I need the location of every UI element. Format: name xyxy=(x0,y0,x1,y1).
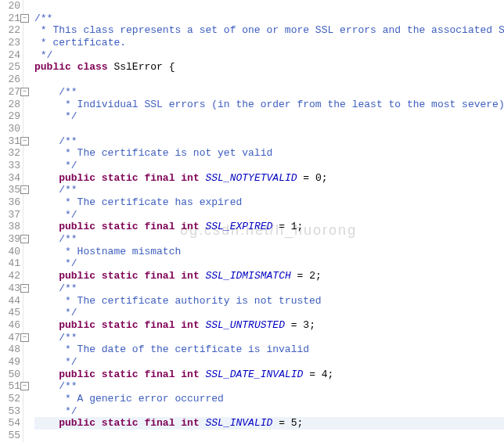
javadoc-text: */ xyxy=(65,307,77,318)
code-line[interactable]: */ xyxy=(34,405,504,418)
line-number: 53 xyxy=(0,405,20,418)
line-number-gutter: 2021−222324252627−28293031−32333435−3637… xyxy=(0,0,23,442)
line-number: 42 xyxy=(0,270,20,282)
line-number: 48 xyxy=(0,343,20,356)
code-line[interactable]: * This class represents a set of one or … xyxy=(34,24,504,37)
code-line[interactable]: */ xyxy=(34,356,504,369)
keyword: int xyxy=(181,270,199,282)
javadoc-text: * A generic error occurred xyxy=(65,393,224,405)
code-line[interactable]: public static final int SSL_NOTYETVALID … xyxy=(34,172,504,185)
constant-identifier: SSL_IDMISMATCH xyxy=(206,270,291,282)
line-number: 25 xyxy=(0,61,20,74)
keyword: int xyxy=(181,319,199,331)
line-number: 47− xyxy=(0,332,20,344)
javadoc-text: * Individual SSL errors (in the order fr… xyxy=(65,99,504,110)
code-line[interactable]: /** xyxy=(34,380,504,393)
javadoc-text: * The certificate is not yet valid xyxy=(65,147,272,159)
code-line[interactable]: /** xyxy=(34,233,504,246)
code-line[interactable]: * The certificate authority is not trust… xyxy=(34,295,504,308)
keyword: public xyxy=(59,270,95,282)
keyword: static xyxy=(102,221,139,232)
keyword: static xyxy=(102,270,139,282)
line-number: 28 xyxy=(0,99,20,111)
keyword: final xyxy=(144,270,175,282)
constant-identifier: SSL_DATE_INVALID xyxy=(206,369,304,380)
javadoc-text: * The certificate has expired xyxy=(65,196,242,208)
code-line[interactable]: * The date of the certificate is invalid xyxy=(34,343,504,356)
line-number: 20 xyxy=(0,0,20,13)
javadoc-text: /** xyxy=(59,380,77,392)
line-number: 32 xyxy=(0,147,20,160)
keyword: int xyxy=(181,221,199,232)
line-number: 55 xyxy=(0,430,20,442)
line-number: 49 xyxy=(0,356,20,369)
code-line[interactable]: * The certificate has expired xyxy=(34,196,504,209)
code-line[interactable]: */ xyxy=(34,49,504,62)
line-number: 26 xyxy=(0,74,20,86)
code-line[interactable]: public static final int SSL_UNTRUSTED = … xyxy=(34,319,504,332)
code-line[interactable] xyxy=(34,74,504,86)
line-number: 39− xyxy=(0,233,20,246)
code-line[interactable]: */ xyxy=(34,110,504,123)
javadoc-text: */ xyxy=(65,160,77,171)
line-number: 38 xyxy=(0,221,20,233)
code-line[interactable]: * certificate. xyxy=(34,37,504,49)
number-literal: 3 xyxy=(303,319,309,331)
code-line[interactable]: * The certificate is not yet valid xyxy=(34,147,504,160)
code-line[interactable]: */ xyxy=(34,160,504,172)
line-number: 36 xyxy=(0,196,20,209)
code-line[interactable]: */ xyxy=(34,209,504,221)
code-line[interactable]: public static final int SSL_EXPIRED = 1; xyxy=(34,221,504,233)
code-line[interactable]: */ xyxy=(34,307,504,319)
keyword: static xyxy=(102,319,139,331)
code-line[interactable]: public static final int SSL_DATE_INVALID… xyxy=(34,369,504,381)
number-literal: 0 xyxy=(315,172,322,184)
line-number: 37 xyxy=(0,209,20,221)
line-number: 27− xyxy=(0,86,20,99)
javadoc-text: * certificate. xyxy=(41,37,126,49)
code-editor[interactable]: { "watermark": "og.csdn.net/li_huorong",… xyxy=(0,0,504,446)
code-line[interactable]: /** xyxy=(34,184,504,196)
keyword: int xyxy=(181,172,199,184)
number-literal: 2 xyxy=(309,270,315,282)
line-number: 21− xyxy=(0,13,20,25)
javadoc-text: /** xyxy=(59,86,77,98)
line-number: 52 xyxy=(0,393,20,405)
code-line[interactable]: public static final int SSL_IDMISMATCH =… xyxy=(34,270,504,282)
code-line[interactable] xyxy=(34,0,504,13)
code-line[interactable]: /** xyxy=(34,282,504,295)
line-number: 29 xyxy=(0,110,20,123)
javadoc-text: /** xyxy=(59,233,77,245)
line-number: 44 xyxy=(0,295,20,308)
constant-identifier: SSL_UNTRUSTED xyxy=(206,319,285,331)
code-line[interactable]: /** xyxy=(34,13,504,25)
line-number: 22 xyxy=(0,24,20,37)
class-name: SslError xyxy=(113,61,162,73)
code-line[interactable]: * Individual SSL errors (in the order fr… xyxy=(34,99,504,111)
number-literal: 4 xyxy=(322,369,328,380)
code-line[interactable]: /** xyxy=(34,332,504,344)
line-number: 31− xyxy=(0,135,20,148)
javadoc-text: */ xyxy=(65,405,77,417)
javadoc-text: * Hostname mismatch xyxy=(65,246,181,257)
code-area[interactable]: /** * This class represents a set of one… xyxy=(23,0,504,442)
keyword: public xyxy=(59,369,95,380)
code-line[interactable]: /** xyxy=(34,86,504,99)
code-line[interactable] xyxy=(34,123,504,135)
line-number: 50 xyxy=(0,369,20,381)
code-line[interactable]: */ xyxy=(34,257,504,270)
code-line[interactable]: public static final int SSL_INVALID = 5; xyxy=(34,417,504,430)
javadoc-text: * The date of the certificate is invalid xyxy=(65,343,309,355)
line-number: 24 xyxy=(0,49,20,62)
javadoc-text: */ xyxy=(65,110,77,122)
code-line[interactable]: * Hostname mismatch xyxy=(34,246,504,258)
keyword: static xyxy=(102,172,139,184)
code-line[interactable]: /** xyxy=(34,135,504,148)
code-line[interactable] xyxy=(34,430,504,442)
keyword: final xyxy=(144,417,175,429)
code-line[interactable]: public class SslError { xyxy=(34,61,504,74)
javadoc-text: */ xyxy=(65,257,77,269)
code-line[interactable]: * A generic error occurred xyxy=(34,393,504,405)
line-number: 35− xyxy=(0,184,20,196)
javadoc-text: /** xyxy=(34,13,52,24)
